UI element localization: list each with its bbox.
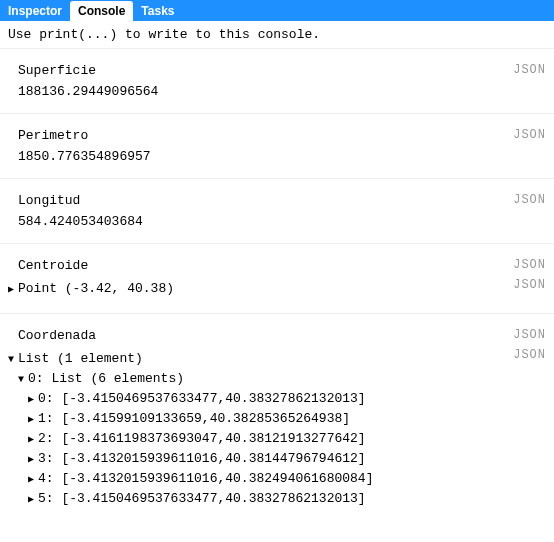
json-badge[interactable]: JSON xyxy=(513,128,546,142)
list-index: 3: xyxy=(38,451,61,466)
entry-label: Coordenada xyxy=(8,328,546,343)
chevron-right-icon[interactable]: ▶ xyxy=(28,410,38,429)
entry-label: Superficie xyxy=(18,63,546,78)
entry-value: 1850.776354896957 xyxy=(18,149,546,164)
entry-centroide: JSON JSON Centroide ▶Point (-3.42, 40.38… xyxy=(0,244,554,314)
list-item: ▶5: [-3.4150469537633477,40.383278621320… xyxy=(28,489,546,509)
entry-value: Point (-3.42, 40.38) xyxy=(18,281,174,296)
list-value: [-3.41599109133659,40.38285365264938] xyxy=(61,411,350,426)
json-badge[interactable]: JSON xyxy=(513,193,546,207)
chevron-right-icon[interactable]: ▶ xyxy=(28,390,38,409)
entry-label: Longitud xyxy=(18,193,546,208)
entry-label: Perimetro xyxy=(18,128,546,143)
list-value: [-3.4150469537633477,40.38327862132013] xyxy=(61,491,365,506)
entry-perimetro: JSON Perimetro 1850.776354896957 xyxy=(0,114,554,179)
entry-label: Centroide xyxy=(8,258,546,273)
tab-inspector[interactable]: Inspector xyxy=(0,1,70,21)
entry-value: 188136.29449096564 xyxy=(18,84,546,99)
chevron-right-icon[interactable]: ▶ xyxy=(28,450,38,469)
list-item: ▶0: [-3.4150469537633477,40.383278621320… xyxy=(28,389,546,409)
entry-longitud: JSON Longitud 584.424053403684 xyxy=(0,179,554,244)
chevron-right-icon[interactable]: ▶ xyxy=(8,280,18,299)
chevron-down-icon[interactable]: ▼ xyxy=(8,350,18,369)
json-badge[interactable]: JSON xyxy=(513,258,546,272)
tab-bar: Inspector Console Tasks xyxy=(0,0,554,21)
list-item: ▶2: [-3.4161198373693047,40.381219132776… xyxy=(28,429,546,449)
list-value: [-3.4150469537633477,40.38327862132013] xyxy=(61,391,365,406)
entry-value: 584.424053403684 xyxy=(18,214,546,229)
list-header: List (1 element) xyxy=(18,351,143,366)
list-value: [-3.4132015939611016,40.382494061680084] xyxy=(61,471,373,486)
chevron-down-icon[interactable]: ▼ xyxy=(18,370,28,389)
json-badge[interactable]: JSON xyxy=(513,328,546,342)
list-value: [-3.4132015939611016,40.38144796794612] xyxy=(61,451,365,466)
list-value: [-3.4161198373693047,40.38121913277642] xyxy=(61,431,365,446)
chevron-right-icon[interactable]: ▶ xyxy=(28,430,38,449)
json-badge[interactable]: JSON xyxy=(513,278,546,292)
console-hint: Use print(...) to write to this console. xyxy=(0,21,554,49)
list-item-header: 0: List (6 elements) xyxy=(28,371,184,386)
list-index: 2: xyxy=(38,431,61,446)
list-index: 0: xyxy=(38,391,61,406)
entry-coordenada: JSON JSON Coordenada ▼List (1 element) ▼… xyxy=(0,314,554,523)
list-item: ▶3: [-3.4132015939611016,40.381447967946… xyxy=(28,449,546,469)
list-index: 5: xyxy=(38,491,61,506)
chevron-right-icon[interactable]: ▶ xyxy=(28,490,38,509)
entry-superficie: JSON Superficie 188136.29449096564 xyxy=(0,49,554,114)
tab-console[interactable]: Console xyxy=(70,1,133,21)
list-index: 1: xyxy=(38,411,61,426)
tab-tasks[interactable]: Tasks xyxy=(133,1,182,21)
list-item: ▶1: [-3.41599109133659,40.38285365264938… xyxy=(28,409,546,429)
list-item: ▶4: [-3.4132015939611016,40.382494061680… xyxy=(28,469,546,489)
json-badge[interactable]: JSON xyxy=(513,63,546,77)
coord-list: ▶0: [-3.4150469537633477,40.383278621320… xyxy=(18,389,546,509)
list-index: 4: xyxy=(38,471,61,486)
chevron-right-icon[interactable]: ▶ xyxy=(28,470,38,489)
